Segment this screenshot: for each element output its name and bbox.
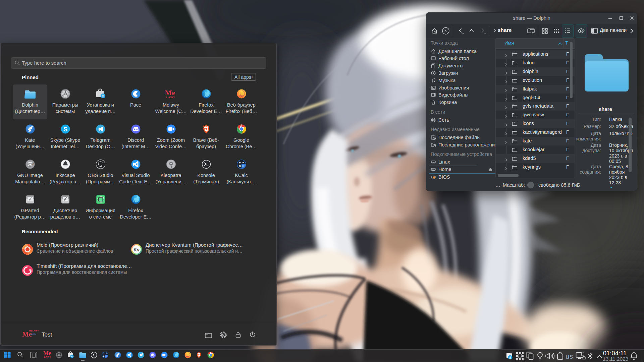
svg-text:Kv: Kv — [133, 247, 140, 252]
svg-text:S: S — [63, 126, 67, 133]
